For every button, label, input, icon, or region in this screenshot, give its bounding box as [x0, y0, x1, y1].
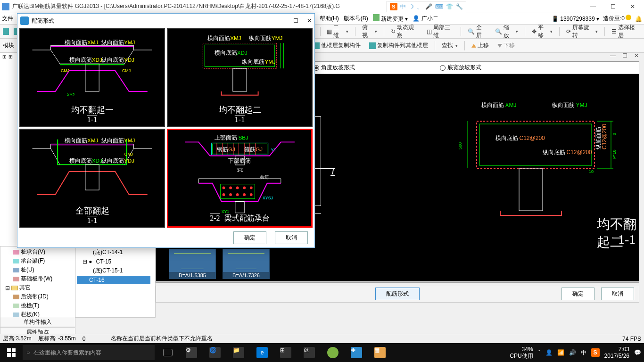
- window-minimize[interactable]: —: [584, 1, 603, 12]
- tray-network-icon[interactable]: 📶: [557, 349, 564, 356]
- tray-clock[interactable]: 7:032017/5/26: [604, 346, 629, 360]
- list-item[interactable]: ⊟ ● CT-15: [77, 257, 150, 266]
- list-item[interactable]: (底)CT-14-1: [77, 247, 150, 257]
- action-center-icon[interactable]: 💬: [634, 349, 641, 356]
- view-top[interactable]: 俯视: [360, 23, 379, 41]
- ime-tool-icon[interactable]: 🔧: [456, 3, 463, 10]
- ime-kbd-icon[interactable]: ⌨: [435, 3, 443, 10]
- menu-version[interactable]: 版本号(B): [344, 15, 368, 23]
- pan[interactable]: ✥ 平移: [530, 23, 554, 41]
- taskbar-app[interactable]: 🌀: [205, 343, 225, 362]
- single-input-button[interactable]: 单构件输入: [0, 317, 75, 327]
- store-icon[interactable]: 🛍: [299, 343, 320, 362]
- dialog-close[interactable]: ✕: [307, 17, 312, 24]
- tree-node[interactable]: 挑檐(T): [0, 301, 75, 310]
- dynamic-observe[interactable]: ↻ 动态观察: [389, 23, 420, 41]
- start-button[interactable]: [0, 343, 23, 362]
- opt-angle-slope[interactable]: 角度放坡形式: [314, 64, 355, 72]
- tree-node[interactable]: 栏板(K): [0, 310, 75, 317]
- option-cell-1[interactable]: 横向面筋XMJ 纵向面筋YMJ 横向底筋XDJ 纵向底筋YDJ CMJ CMJ …: [19, 28, 165, 127]
- reinforcement-form-button[interactable]: 配筋形式: [375, 288, 420, 300]
- svg-text:上部面筋 SBJ: 上部面筋 SBJ: [215, 134, 248, 140]
- tool-icon[interactable]: [3, 28, 9, 35]
- coin-icon: [626, 15, 631, 20]
- svg-text:C12@200: C12@200: [601, 123, 608, 149]
- option-cell-2[interactable]: 横向面筋XMJ 纵向面筋YMJ 横向底筋XDJ 纵向底筋YMJ 均不翻起二 1-…: [167, 28, 313, 127]
- move-down[interactable]: 下移: [495, 41, 517, 50]
- panel-maximize[interactable]: ☐: [622, 52, 627, 59]
- tree-folder[interactable]: ⊟ 其它: [0, 283, 75, 292]
- sogou-icon[interactable]: S: [390, 3, 397, 10]
- tree-node[interactable]: 后浇带(JD): [0, 292, 75, 301]
- plus-icon: [373, 14, 380, 21]
- list-item[interactable]: CT-16: [77, 276, 150, 284]
- ok-button[interactable]: 确定: [561, 288, 594, 300]
- move-up[interactable]: 上移: [470, 41, 491, 50]
- tray-people-icon[interactable]: 👤: [545, 349, 553, 356]
- taskbar-app[interactable]: ▦: [370, 343, 390, 362]
- user-phone[interactable]: 📱 13907298339 ▾: [552, 16, 599, 22]
- taskbar-search[interactable]: ○ 在这里输入你要搜索的内容: [23, 345, 155, 360]
- notify-icon[interactable]: 🔔: [635, 16, 642, 22]
- ime-punct[interactable]: 、: [417, 3, 422, 11]
- local-3d[interactable]: ◫ 局部三维: [425, 23, 456, 41]
- cancel-button[interactable]: 取消: [601, 288, 634, 300]
- dialog-maximize[interactable]: ☐: [293, 17, 298, 24]
- screen-rotate[interactable]: ⟳ 屏幕旋转: [564, 23, 600, 41]
- ime-mode[interactable]: 中: [400, 3, 406, 11]
- thumbnail[interactable]: B=A/1.7326: [223, 249, 270, 279]
- tray-volume-icon[interactable]: 🔊: [569, 349, 576, 356]
- component-tree[interactable]: 桩承台(V) 承台梁(F) 桩(U) 基础板带(W) ⊟ 其它 后浇带(JD) …: [0, 247, 76, 317]
- taskbar-app-active[interactable]: ✚: [346, 343, 367, 362]
- svg-text:横向底筋XDJ: 横向底筋XDJ: [69, 57, 102, 63]
- window-maximize[interactable]: ☐: [603, 1, 622, 12]
- opt-width-slope[interactable]: 底宽放坡形式: [440, 64, 481, 72]
- ime-moon-icon[interactable]: ☽: [409, 3, 414, 10]
- credits[interactable]: 造价豆:0: [603, 15, 631, 23]
- list-item[interactable]: (底)CT-15-1: [77, 266, 150, 276]
- taskbar-app[interactable]: 📁: [228, 343, 249, 362]
- dialog-cancel-button[interactable]: 取消: [275, 231, 308, 244]
- taskbar-app[interactable]: ⚙: [181, 343, 202, 362]
- tree-node[interactable]: 承台梁(F): [0, 256, 75, 265]
- tree-node[interactable]: 桩承台(V): [0, 247, 75, 256]
- dialog-minimize[interactable]: —: [279, 17, 285, 24]
- zoom[interactable]: 🔍 缩放: [493, 23, 520, 41]
- main-button-row: 配筋形式 确定 取消: [156, 286, 639, 303]
- select-floor[interactable]: ☰ 选择楼层: [610, 23, 641, 41]
- dialog-ok-button[interactable]: 确定: [233, 231, 266, 244]
- sogou-tray-icon[interactable]: S: [591, 348, 600, 357]
- panel-minimize[interactable]: —: [610, 52, 616, 59]
- task-view-icon[interactable]: [157, 343, 178, 362]
- system-tray[interactable]: 34%CPU使用 ˄ 👤 📶 🔊 中 S 7:032017/5/26 💬: [510, 346, 644, 360]
- menu-file[interactable]: 文件: [2, 15, 13, 23]
- tray-ime[interactable]: 中: [581, 349, 586, 357]
- svg-text:0: 0: [612, 133, 617, 135]
- view-2d[interactable]: ▦ 二维: [325, 23, 350, 41]
- dialog-titlebar[interactable]: 配筋形式 — ☐ ✕: [17, 14, 314, 28]
- component-list[interactable]: (底)CT-14-1 ⊟ ● CT-15 (底)CT-15-1 CT-16: [76, 247, 151, 317]
- cpu-meter[interactable]: 34%CPU使用: [510, 346, 533, 360]
- option-cell-3[interactable]: 横向面筋XMJ 纵向面筋YMJ 横向底筋XDJ 纵向底筋YDJ CMJ 全部翻起…: [19, 129, 165, 228]
- tray-up-icon[interactable]: ˄: [538, 349, 541, 356]
- window-close[interactable]: ✕: [623, 1, 642, 12]
- copy-to-floor[interactable]: 复制构件到其他楼层: [367, 41, 430, 50]
- panel-close[interactable]: ✕: [634, 52, 639, 59]
- taskbar-app[interactable]: [322, 343, 343, 362]
- taskbar-app[interactable]: ⊞: [275, 343, 296, 362]
- tree-node[interactable]: 桩(U): [0, 265, 75, 274]
- ime-toolbar[interactable]: S 中 ☽ 、 🎤 ⌨ 👕 🔧: [387, 1, 466, 12]
- menu-new-change[interactable]: 新建变更 ▾: [373, 14, 408, 23]
- fullscreen[interactable]: 🔍 全屏: [466, 23, 488, 41]
- thumbnail[interactable]: B=A/1.5385: [169, 249, 216, 279]
- ime-mic-icon[interactable]: 🎤: [425, 3, 432, 10]
- menu-help[interactable]: 帮助(H): [320, 15, 339, 23]
- menu-user[interactable]: 👤 广小二: [413, 15, 438, 23]
- ime-skin-icon[interactable]: 👕: [446, 3, 453, 10]
- tree-node[interactable]: 基础板带(W): [0, 274, 75, 283]
- edge-icon[interactable]: e: [252, 343, 272, 362]
- find[interactable]: 查找: [440, 41, 460, 50]
- copy-from-floor[interactable]: 他楼层复制构件: [311, 41, 363, 50]
- svg-rect-70: [221, 184, 255, 199]
- option-cell-4[interactable]: 上部面筋 SBJ 钢筋GJ 箍筋GJ YJ 下部底筋 1-1 拉筋 XYSJ X…: [167, 129, 313, 228]
